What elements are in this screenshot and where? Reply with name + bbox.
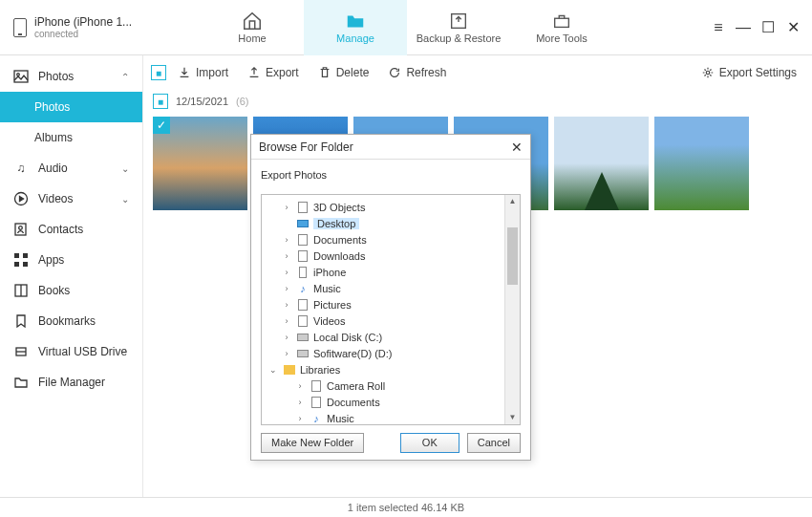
nav-more-tools[interactable]: More Tools	[510, 0, 613, 55]
tree-item[interactable]: ›Local Disk (C:)	[262, 329, 520, 345]
expand-icon[interactable]: ›	[281, 268, 292, 277]
tree-item-label: Music	[313, 283, 341, 294]
toolbar: ■ Import Export Delete Refresh Export Se…	[143, 55, 812, 90]
import-icon	[178, 66, 191, 79]
select-all-checkbox[interactable]: ■	[151, 65, 166, 80]
book-icon	[13, 283, 29, 298]
nav-backup-restore[interactable]: Backup & Restore	[407, 0, 510, 55]
svg-rect-2	[14, 71, 28, 82]
sidebar-virtual-usb[interactable]: Virtual USB Drive	[0, 336, 142, 367]
tree-item[interactable]: ⌄Libraries	[262, 361, 520, 377]
checkmark-icon: ✓	[153, 117, 170, 134]
sidebar-bookmarks[interactable]: Bookmarks	[0, 306, 142, 336]
chevron-down-icon: ⌄	[121, 163, 129, 174]
expand-icon[interactable]: ›	[281, 316, 292, 326]
import-button[interactable]: Import	[170, 62, 236, 83]
bookmark-icon	[13, 313, 29, 329]
scroll-up-icon[interactable]: ▲	[505, 195, 520, 208]
expand-icon[interactable]: ›	[281, 284, 292, 293]
tree-item[interactable]: ›iPhone	[262, 264, 520, 280]
tree-item[interactable]: ›Sofitware(D) (D:)	[262, 345, 520, 361]
tree-item[interactable]: ›Documents	[262, 394, 520, 410]
delete-button[interactable]: Delete	[310, 62, 377, 83]
tree-item[interactable]: ›Camera Roll	[262, 377, 520, 394]
tree-item[interactable]: ›Downloads	[262, 248, 520, 264]
sidebar-file-manager[interactable]: File Manager	[0, 367, 142, 398]
backup-icon	[448, 11, 469, 31]
trash-icon	[318, 66, 331, 79]
expand-icon[interactable]: ›	[294, 414, 306, 423]
minimize-button[interactable]: —	[736, 19, 751, 36]
sidebar-photos[interactable]: Photos ⌃	[0, 61, 142, 92]
tree-item[interactable]: ›♪Music	[262, 280, 520, 296]
scrollbar[interactable]: ▲ ▼	[504, 195, 520, 424]
svg-point-3	[17, 74, 20, 76]
sidebar-contacts[interactable]: Contacts	[0, 214, 142, 245]
expand-icon[interactable]: ›	[281, 349, 292, 358]
photo-thumb[interactable]	[554, 117, 649, 210]
contacts-icon	[13, 222, 29, 237]
status-bar: 1 item selected 46.14 KB	[0, 497, 812, 517]
tree-item-label: Downloads	[313, 250, 365, 262]
folder-icon	[345, 11, 366, 31]
device-info[interactable]: iPhone (iPhone 1... connected	[0, 15, 143, 39]
maximize-button[interactable]: ☐	[760, 18, 776, 36]
tree-item[interactable]: ›♪Music	[262, 410, 520, 425]
tree-item-label: Libraries	[300, 364, 340, 376]
tree-item[interactable]: Desktop	[262, 215, 520, 231]
tree-item[interactable]: ›Documents	[262, 231, 520, 248]
usb-icon	[13, 344, 29, 359]
expand-icon[interactable]: ⌄	[267, 365, 279, 375]
sidebar-videos[interactable]: Videos ⌄	[0, 183, 142, 214]
close-button[interactable]: ✕	[785, 18, 801, 36]
sidebar-books[interactable]: Books	[0, 275, 142, 306]
dialog-close-button[interactable]: ✕	[511, 140, 523, 155]
folder-outline-icon	[13, 375, 29, 390]
scroll-down-icon[interactable]: ▼	[505, 411, 520, 424]
svg-rect-9	[14, 262, 19, 267]
photo-thumb[interactable]	[654, 117, 749, 210]
nav-home[interactable]: Home	[201, 0, 304, 55]
group-count: (6)	[236, 96, 248, 107]
picture-icon	[13, 69, 29, 84]
expand-icon[interactable]: ›	[281, 235, 292, 245]
group-checkbox[interactable]: ■	[153, 94, 168, 109]
tree-item[interactable]: ›Pictures	[262, 296, 520, 312]
phone-icon	[13, 18, 27, 37]
expand-icon[interactable]: ›	[294, 381, 306, 391]
tree-item-label: Camera Roll	[327, 380, 385, 392]
sidebar-apps[interactable]: Apps	[0, 245, 142, 275]
svg-rect-1	[555, 18, 569, 27]
music-note-icon: ♫	[13, 161, 29, 176]
ok-button[interactable]: OK	[400, 433, 459, 453]
dialog-title: Browse For Folder	[259, 140, 353, 154]
sidebar-albums[interactable]: Albums	[0, 122, 142, 153]
folder-tree: ›3D ObjectsDesktop›Documents›Downloads›i…	[261, 194, 521, 425]
menu-icon[interactable]: ≡	[711, 19, 726, 36]
make-new-folder-button[interactable]: Make New Folder	[261, 433, 364, 453]
export-button[interactable]: Export	[240, 62, 307, 83]
expand-icon[interactable]: ›	[281, 203, 292, 212]
expand-icon[interactable]: ›	[281, 251, 292, 261]
toolbox-icon	[551, 11, 572, 31]
tree-item-label: Music	[327, 413, 354, 424]
export-settings-button[interactable]: Export Settings	[694, 62, 804, 83]
tree-item[interactable]: ›Videos	[262, 312, 520, 329]
tree-item-label: Documents	[313, 234, 367, 246]
nav-manage[interactable]: Manage	[304, 0, 407, 55]
cancel-button[interactable]: Cancel	[467, 433, 521, 453]
tree-item[interactable]: ›3D Objects	[262, 199, 520, 215]
dialog-subtitle: Export Photos	[251, 160, 530, 184]
sidebar-photos-sub[interactable]: Photos	[0, 92, 142, 122]
expand-icon[interactable]: ›	[281, 333, 292, 342]
home-icon	[242, 11, 263, 31]
tree-item-label: Sofitware(D) (D:)	[313, 348, 393, 359]
sidebar: Photos ⌃ Photos Albums ♫ Audio ⌄ Videos …	[0, 55, 143, 497]
sidebar-audio[interactable]: ♫ Audio ⌄	[0, 153, 142, 183]
photo-thumb[interactable]: ✓	[153, 117, 247, 210]
refresh-button[interactable]: Refresh	[380, 62, 454, 83]
scroll-thumb[interactable]	[507, 227, 518, 285]
tree-item-label: iPhone	[313, 267, 346, 278]
expand-icon[interactable]: ›	[281, 300, 292, 310]
expand-icon[interactable]: ›	[294, 398, 306, 407]
